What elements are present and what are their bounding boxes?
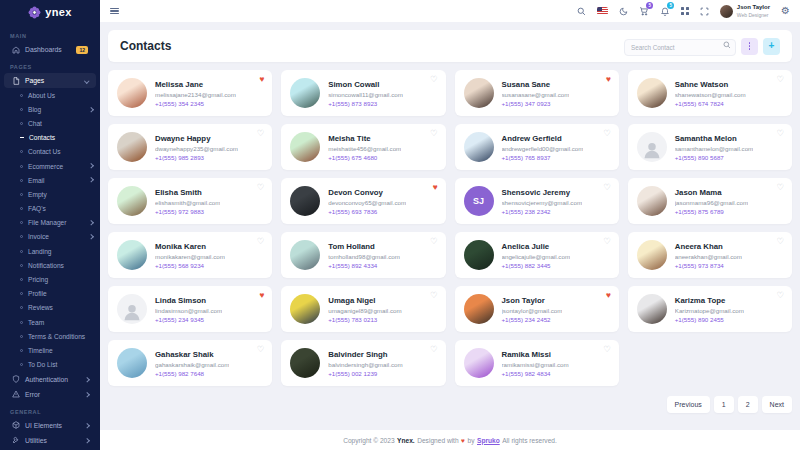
pagination-page-button[interactable]: 2 — [738, 396, 758, 413]
contact-name: Tom Holland — [328, 242, 400, 251]
favorite-heart-icon[interactable]: ♡ — [603, 345, 611, 354]
favorite-heart-icon[interactable]: ♡ — [430, 237, 438, 246]
user-menu[interactable]: Json Taylor Web Designer — [720, 4, 770, 17]
contact-phone: +1(555) 765 8937 — [502, 154, 584, 161]
sidebar-subitem-to-do-list[interactable]: To Do List — [0, 358, 100, 372]
apps-grid-icon[interactable] — [681, 7, 689, 15]
sidebar-subitem-pricing[interactable]: Pricing — [0, 272, 100, 286]
favorite-heart-icon[interactable]: ♡ — [776, 183, 784, 192]
search-contact-input[interactable] — [624, 39, 736, 56]
pagination: Previous 12 Next — [108, 396, 792, 413]
notifications-bell-icon[interactable]: 5 — [660, 6, 670, 16]
pagination-previous-button[interactable]: Previous — [667, 396, 710, 413]
cart-badge: 5 — [646, 2, 653, 9]
sidebar-item-label: UI Elements — [25, 422, 62, 429]
favorite-heart-icon[interactable]: ♡ — [430, 291, 438, 300]
sidebar-item-utilities[interactable]: Utilities — [4, 433, 96, 448]
favorite-heart-icon[interactable]: ♥ — [606, 291, 611, 300]
sidebar-item-error[interactable]: Error — [4, 387, 96, 402]
bullet-icon — [20, 165, 23, 168]
user-name: Json Taylor — [737, 4, 770, 11]
favorite-heart-icon[interactable]: ♡ — [776, 129, 784, 138]
contact-avatar — [117, 294, 147, 324]
contact-phone: +1(555) 234 9345 — [155, 316, 222, 323]
sidebar-subitem-empty[interactable]: Empty — [0, 187, 100, 201]
favorite-heart-icon[interactable]: ♥ — [606, 75, 611, 84]
bullet-icon — [20, 193, 23, 196]
contact-avatar — [290, 78, 320, 108]
search-input-icon[interactable] — [723, 41, 731, 49]
contact-name: Elisha Smith — [155, 188, 220, 197]
sidebar-item-ui-elements[interactable]: UI Elements — [4, 418, 96, 433]
favorite-heart-icon[interactable]: ♡ — [603, 183, 611, 192]
favorite-heart-icon[interactable]: ♡ — [257, 237, 265, 246]
language-flag-icon[interactable] — [597, 7, 608, 15]
favorite-heart-icon[interactable]: ♡ — [776, 237, 784, 246]
sidebar-subitem-invoice[interactable]: Invoice — [0, 230, 100, 244]
settings-gear-icon[interactable]: ⚙ — [781, 6, 790, 16]
pagination-next-button[interactable]: Next — [762, 396, 792, 413]
contact-card: Aneera Khan aneerakhan@gmail.com +1(555)… — [628, 232, 792, 278]
dark-mode-moon-icon[interactable] — [619, 7, 628, 16]
sidebar-item-pages[interactable]: Pages — [4, 73, 96, 88]
contact-info: Susana Sane susanasane@gmail.com +1(555)… — [502, 80, 570, 107]
person-placeholder-icon — [122, 302, 142, 322]
sidebar-subitem-ecommerce[interactable]: Ecommerce — [0, 159, 100, 173]
cart-icon[interactable]: 5 — [639, 6, 649, 16]
sidebar-subitem-terms-conditions[interactable]: Terms & Conditions — [0, 329, 100, 343]
contact-info: Sahne Watson shanewatson@gmail.com +1(55… — [675, 80, 746, 107]
sidebar-subitem-team[interactable]: Team — [0, 315, 100, 329]
favorite-heart-icon[interactable]: ♡ — [776, 291, 784, 300]
pagination-page-button[interactable]: 1 — [714, 396, 734, 413]
warning-icon — [12, 390, 20, 398]
sidebar-subitem-about-us[interactable]: About Us — [0, 88, 100, 102]
sidebar-subitem-email[interactable]: Email — [0, 173, 100, 187]
more-options-button[interactable] — [741, 38, 758, 55]
favorite-heart-icon[interactable]: ♥ — [259, 291, 264, 300]
favorite-heart-icon[interactable]: ♡ — [430, 345, 438, 354]
sidebar-subitem-chat[interactable]: Chat — [0, 116, 100, 130]
sidebar-subitem-blog[interactable]: Blog — [0, 102, 100, 116]
contact-email: jsontaylor@gmail.com — [502, 307, 563, 314]
sidebar-subitem-file-manager[interactable]: File Manager — [0, 216, 100, 230]
sidebar-subitem-reviews[interactable]: Reviews — [0, 301, 100, 315]
contact-info: Melissa Jane melissajane2134@gmail.com +… — [155, 80, 236, 107]
contact-phone: +1(555) 973 8734 — [675, 262, 742, 269]
sidebar-subitem-landing[interactable]: Landing — [0, 244, 100, 258]
contact-phone: +1(555) 882 3445 — [502, 262, 571, 269]
sidebar-item-authentication[interactable]: Authentication — [4, 372, 96, 387]
favorite-heart-icon[interactable]: ♡ — [257, 129, 265, 138]
favorite-heart-icon[interactable]: ♡ — [776, 75, 784, 84]
favorite-heart-icon[interactable]: ♡ — [603, 129, 611, 138]
contact-info: Simon Cowall simoncowall11@gmail.com +1(… — [328, 80, 403, 107]
sidebar-subitem-contacts[interactable]: Contacts — [0, 131, 100, 145]
favorite-heart-icon[interactable]: ♡ — [257, 183, 265, 192]
contact-phone: +1(555) 234 2452 — [502, 316, 563, 323]
favorite-heart-icon[interactable]: ♡ — [430, 75, 438, 84]
menu-toggle-icon[interactable] — [110, 8, 119, 15]
sidebar-subitem-notifications[interactable]: Notifications — [0, 258, 100, 272]
sidebar-subitem-timeline[interactable]: Timeline — [0, 343, 100, 357]
sidebar-subitem-label: Blog — [28, 106, 41, 113]
contact-info: Meisha Tite meishatite456@gmail.com +1(5… — [328, 134, 401, 161]
brand-logo[interactable]: ynex — [0, 0, 100, 24]
sidebar-item-dashboards[interactable]: Dashboards12 — [4, 42, 96, 57]
favorite-heart-icon[interactable]: ♥ — [432, 183, 437, 192]
favorite-heart-icon[interactable]: ♡ — [430, 129, 438, 138]
sidebar-subitem-faq-s[interactable]: FAQ's — [0, 202, 100, 216]
contact-name: Jason Mama — [675, 188, 748, 197]
search-icon[interactable] — [577, 7, 586, 16]
favorite-heart-icon[interactable]: ♥ — [259, 75, 264, 84]
sidebar-subitem-contact-us[interactable]: Contact Us — [0, 145, 100, 159]
contact-search — [624, 36, 736, 56]
topbar: 5 5 Json Taylor Web Designer ⚙ — [100, 0, 800, 22]
fullscreen-icon[interactable] — [700, 7, 709, 16]
favorite-heart-icon[interactable]: ♡ — [603, 237, 611, 246]
add-contact-button[interactable]: + — [763, 38, 780, 55]
contact-name: Susana Sane — [502, 80, 570, 89]
favorite-heart-icon[interactable]: ♡ — [257, 345, 265, 354]
sidebar-subitem-profile[interactable]: Profile — [0, 287, 100, 301]
contact-email: monikakaren@gmail.com — [155, 253, 225, 260]
footer-author-link[interactable]: Spruko — [477, 437, 500, 444]
contact-name: Anelica Julie — [502, 242, 571, 251]
